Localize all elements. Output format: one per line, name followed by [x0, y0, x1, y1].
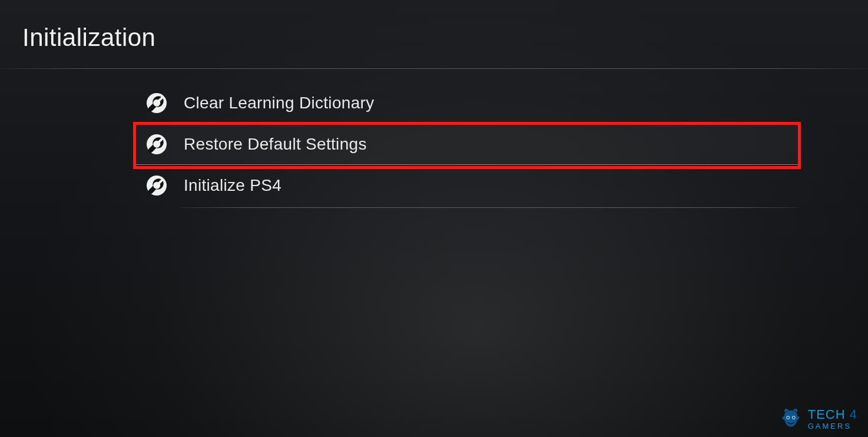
svg-point-5: [787, 417, 789, 419]
menu-item-label: Initialize PS4: [184, 176, 281, 195]
watermark-text: TECH 4 GAMERS: [808, 408, 857, 430]
svg-point-6: [793, 417, 794, 419]
header-divider: [0, 68, 868, 69]
wrench-icon: [146, 92, 167, 114]
menu-item-initialize-ps4[interactable]: Initialize PS4: [135, 165, 799, 206]
wrench-icon: [146, 175, 167, 196]
wrench-icon: [146, 134, 167, 155]
mascot-icon: [780, 408, 802, 430]
page-title: Initialization: [22, 24, 846, 52]
watermark-brand-top-right: 4: [850, 407, 857, 422]
watermark: TECH 4 GAMERS: [780, 408, 857, 430]
watermark-brand-bottom: GAMERS: [808, 422, 857, 430]
page-header: Initialization: [22, 24, 846, 52]
menu-item-restore-default-settings[interactable]: Restore Default Settings: [135, 124, 799, 165]
menu-item-clear-learning-dictionary[interactable]: Clear Learning Dictionary: [135, 82, 799, 124]
initialization-menu: Clear Learning Dictionary Restore Defaul…: [135, 82, 799, 206]
menu-item-label: Clear Learning Dictionary: [184, 94, 374, 112]
watermark-brand-top-left: TECH: [808, 407, 846, 422]
menu-item-label: Restore Default Settings: [184, 135, 367, 154]
menu-end-divider: [180, 207, 799, 208]
background-haze: [0, 0, 868, 437]
